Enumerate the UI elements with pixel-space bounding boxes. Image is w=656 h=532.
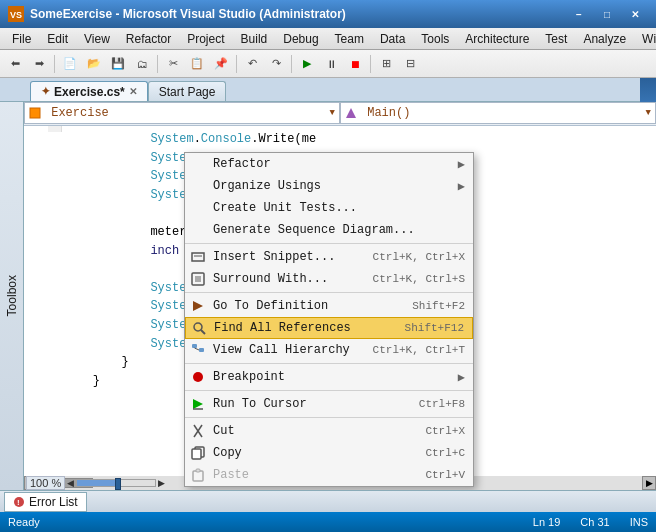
svg-rect-12 <box>199 348 204 352</box>
tb-save[interactable]: 💾 <box>107 53 129 75</box>
find-refs-shortcut: Shift+F12 <box>405 322 464 334</box>
menu-view[interactable]: View <box>76 30 118 48</box>
cm-view-call-hierarchy[interactable]: View Call Hierarchy Ctrl+K, Ctrl+T <box>185 339 473 361</box>
toolbox-panel[interactable]: Toolbox <box>0 102 24 490</box>
menu-tools[interactable]: Tools <box>413 30 457 48</box>
status-bar: Ready Ln 19 Ch 31 INS <box>0 512 656 532</box>
copy-shortcut: Ctrl+C <box>425 447 465 459</box>
paste-shortcut: Ctrl+V <box>425 469 465 481</box>
svg-text:VS: VS <box>10 10 22 20</box>
cm-copy[interactable]: Copy Ctrl+C <box>185 442 473 464</box>
tb-stop[interactable]: ⏹ <box>344 53 366 75</box>
call-hierarchy-icon <box>189 341 207 359</box>
tb-misc2[interactable]: ⊟ <box>399 53 421 75</box>
surround-shortcut: Ctrl+K, Ctrl+S <box>373 273 465 285</box>
cm-find-all-refs[interactable]: Find All References Shift+F12 <box>185 317 473 339</box>
tab-start-page[interactable]: Start Page <box>148 81 227 101</box>
tb-pause[interactable]: ⏸ <box>320 53 342 75</box>
tb-start[interactable]: ▶ <box>296 53 318 75</box>
error-list-tab[interactable]: ! Error List <box>4 492 87 512</box>
menu-edit[interactable]: Edit <box>39 30 76 48</box>
cm-run-to-cursor[interactable]: Run To Cursor Ctrl+F8 <box>185 393 473 415</box>
tb-paste[interactable]: 📌 <box>210 53 232 75</box>
toolbar: ⬅ ➡ 📄 📂 💾 🗂 ✂ 📋 📌 ↶ ↷ ▶ ⏸ ⏹ ⊞ ⊟ <box>0 50 656 78</box>
tb-copy[interactable]: 📋 <box>186 53 208 75</box>
menu-build[interactable]: Build <box>233 30 276 48</box>
status-ready: Ready <box>8 516 533 528</box>
line-numbers <box>48 126 62 132</box>
tb-misc1[interactable]: ⊞ <box>375 53 397 75</box>
cm-surround-with[interactable]: Surround With... Ctrl+K, Ctrl+S <box>185 268 473 290</box>
cm-go-to-def[interactable]: Go To Definition Shift+F2 <box>185 295 473 317</box>
svg-line-10 <box>201 330 205 334</box>
window-controls: − □ ✕ <box>566 5 648 23</box>
class-dropdown[interactable]: Exercise ▼ <box>24 102 340 124</box>
tb-undo[interactable]: ↶ <box>241 53 263 75</box>
svg-marker-15 <box>193 399 203 409</box>
zoom-slider[interactable] <box>76 479 156 487</box>
menu-architecture[interactable]: Architecture <box>457 30 537 48</box>
svg-marker-3 <box>346 108 356 118</box>
menu-refactor[interactable]: Refactor <box>118 30 179 48</box>
tab-exercise-label: Exercise.cs* <box>54 85 125 99</box>
tb-new[interactable]: 📄 <box>59 53 81 75</box>
minimize-button[interactable]: − <box>566 5 592 23</box>
scroll-right-arrow[interactable]: ▶ <box>642 476 656 490</box>
menu-window[interactable]: Window <box>634 30 656 48</box>
tb-forward[interactable]: ➡ <box>28 53 50 75</box>
goto-def-shortcut: Shift+F2 <box>412 300 465 312</box>
tab-exercise-close[interactable]: ✕ <box>129 86 137 97</box>
breakpoint-icon <box>189 368 207 386</box>
svg-point-9 <box>194 323 202 331</box>
svg-line-13 <box>195 348 200 350</box>
goto-def-icon <box>189 297 207 315</box>
zoom-arrow-right[interactable]: ▶ <box>158 478 165 488</box>
tb-redo[interactable]: ↷ <box>265 53 287 75</box>
title-bar: VS SomeExercise - Microsoft Visual Studi… <box>0 0 656 28</box>
svg-rect-2 <box>30 108 40 118</box>
cm-create-unit-tests[interactable]: Create Unit Tests... <box>185 197 473 219</box>
zoom-arrow[interactable]: ◀ <box>67 478 74 488</box>
tb-open[interactable]: 📂 <box>83 53 105 75</box>
cm-paste[interactable]: Paste Ctrl+V <box>185 464 473 486</box>
error-list-icon: ! <box>13 496 25 508</box>
menu-analyze[interactable]: Analyze <box>575 30 634 48</box>
refactor-arrow: ▶ <box>458 157 465 172</box>
breakpoint-arrow: ▶ <box>458 370 465 385</box>
surround-icon <box>189 270 207 288</box>
svg-rect-7 <box>195 276 201 282</box>
window-title: SomeExercise - Microsoft Visual Studio (… <box>30 7 566 21</box>
maximize-button[interactable]: □ <box>594 5 620 23</box>
menu-project[interactable]: Project <box>179 30 232 48</box>
cm-cut[interactable]: Cut Ctrl+X <box>185 420 473 442</box>
svg-point-14 <box>193 372 203 382</box>
cm-refactor[interactable]: Refactor ▶ <box>185 153 473 175</box>
menu-test[interactable]: Test <box>537 30 575 48</box>
menu-file[interactable]: File <box>4 30 39 48</box>
method-dropdown[interactable]: Main() ▼ <box>340 102 656 124</box>
tb-back[interactable]: ⬅ <box>4 53 26 75</box>
menu-data[interactable]: Data <box>372 30 413 48</box>
cm-breakpoint[interactable]: Breakpoint ▶ <box>185 366 473 388</box>
menu-debug[interactable]: Debug <box>275 30 326 48</box>
error-list-label: Error List <box>29 495 78 509</box>
tab-start-page-label: Start Page <box>159 85 216 99</box>
zoom-value: 100 % <box>26 476 65 490</box>
cut-icon <box>189 422 207 440</box>
tb-save-all[interactable]: 🗂 <box>131 53 153 75</box>
svg-rect-4 <box>192 253 204 261</box>
call-hierarchy-shortcut: Ctrl+K, Ctrl+T <box>373 344 465 356</box>
tb-cut[interactable]: ✂ <box>162 53 184 75</box>
cm-generate-sequence[interactable]: Generate Sequence Diagram... <box>185 219 473 241</box>
snippet-shortcut: Ctrl+K, Ctrl+X <box>373 251 465 263</box>
cm-insert-snippet[interactable]: Insert Snippet... Ctrl+K, Ctrl+X <box>185 246 473 268</box>
tab-exercise[interactable]: ✦ Exercise.cs* ✕ <box>30 81 148 101</box>
tb-sep1 <box>54 55 55 73</box>
svg-rect-22 <box>196 469 200 472</box>
menu-team[interactable]: Team <box>327 30 372 48</box>
close-button[interactable]: ✕ <box>622 5 648 23</box>
copy-icon <box>189 444 207 462</box>
tb-sep2 <box>157 55 158 73</box>
code-editor[interactable]: Exercise ▼ Main() ▼ System.Console.Write… <box>24 102 656 490</box>
cm-organize-usings[interactable]: Organize Usings ▶ <box>185 175 473 197</box>
